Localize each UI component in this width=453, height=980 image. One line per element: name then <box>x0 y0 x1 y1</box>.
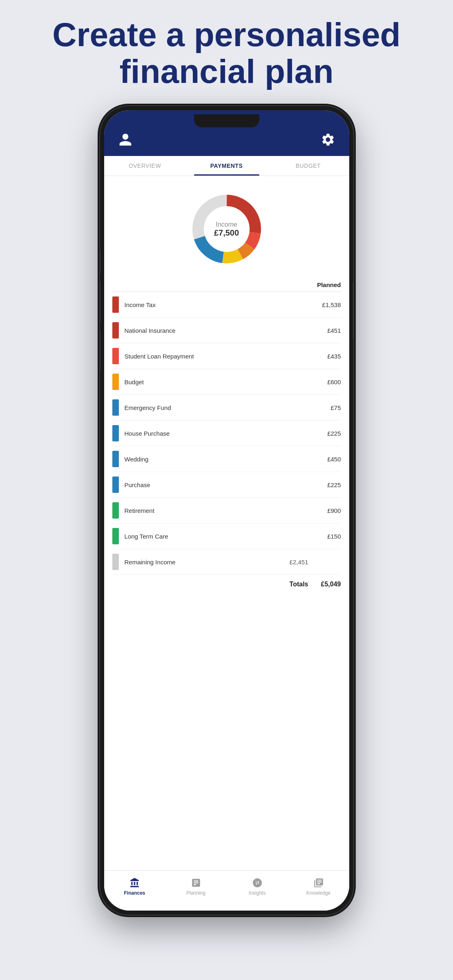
row-value: £600 <box>317 379 341 385</box>
side-button-vol-down <box>100 331 101 372</box>
settings-icon[interactable] <box>319 131 337 149</box>
row-value: £1,538 <box>317 301 341 308</box>
totals-label: Totals <box>290 581 308 588</box>
row-label: Budget <box>125 379 317 385</box>
insights-icon <box>252 877 263 889</box>
row-swatch <box>112 399 119 416</box>
row-value: £225 <box>317 430 341 437</box>
row-label: Purchase <box>125 481 317 488</box>
table-row: Income Tax £1,538 <box>112 292 341 318</box>
row-value-left: £2,451 <box>290 559 308 566</box>
row-value: £75 <box>317 404 341 411</box>
nav-label-planning: Planning <box>186 890 205 896</box>
table-row: Wedding £450 <box>112 446 341 472</box>
donut-chart: Income £7,500 <box>186 188 268 270</box>
nav-item-finances[interactable]: Finances <box>104 875 165 898</box>
row-label: House Purchase <box>125 430 317 437</box>
row-value: £450 <box>317 456 341 463</box>
tab-overview[interactable]: OVERVIEW <box>104 156 186 176</box>
nav-label-finances: Finances <box>124 890 145 896</box>
row-swatch <box>112 477 119 493</box>
row-value: £451 <box>317 327 341 334</box>
row-label: Retirement <box>125 507 317 514</box>
table-row: Retirement £900 <box>112 498 341 523</box>
row-swatch <box>112 348 119 364</box>
row-label: Student Loan Repayment <box>125 353 317 360</box>
row-swatch <box>112 322 119 339</box>
nav-item-insights[interactable]: Insights <box>227 875 288 898</box>
page-title: Create a personalised financial plan <box>52 16 400 90</box>
row-swatch <box>112 296 119 313</box>
row-label: Emergency Fund <box>125 404 317 411</box>
side-button-power <box>353 282 353 339</box>
row-swatch <box>112 374 119 390</box>
side-button-mute <box>100 249 101 274</box>
row-swatch <box>112 425 119 441</box>
table-row: House Purchase £225 <box>112 421 341 446</box>
page-header: Create a personalised financial plan <box>28 16 425 90</box>
table-row: Long Term Care £150 <box>112 523 341 549</box>
totals-row: Totals £5,049 <box>112 575 341 594</box>
planning-icon <box>190 877 202 889</box>
table-row: Emergency Fund £75 <box>112 395 341 421</box>
phone-frame: OVERVIEW PAYMENTS BUDGET <box>100 106 353 915</box>
nav-item-planning[interactable]: Planning <box>165 875 227 898</box>
row-label: Long Term Care <box>125 533 317 540</box>
table-row: Student Loan Repayment £435 <box>112 343 341 369</box>
row-swatch <box>112 528 119 544</box>
profile-icon[interactable] <box>116 131 134 149</box>
nav-label-insights: Insights <box>249 890 266 896</box>
bank-icon <box>129 877 141 889</box>
donut-income-label: Income <box>214 221 239 228</box>
nav-label-knowledge: Knowledge <box>306 890 330 896</box>
row-swatch <box>112 451 119 467</box>
table-row: Remaining Income £2,451 <box>112 549 341 575</box>
payments-table: Planned Income Tax £1,538 National Insur… <box>104 278 349 870</box>
nav-item-knowledge[interactable]: Knowledge <box>288 875 349 898</box>
donut-center: Income £7,500 <box>214 221 239 238</box>
row-value: £900 <box>317 507 341 514</box>
row-label: National Insurance <box>125 327 317 334</box>
row-label: Income Tax <box>125 301 317 308</box>
tab-payments[interactable]: PAYMENTS <box>186 156 268 176</box>
row-label: Remaining Income <box>125 559 290 566</box>
col-planned-header: Planned <box>317 281 341 288</box>
table-header: Planned <box>112 278 341 292</box>
chart-area: Income £7,500 <box>104 176 349 278</box>
table-row: Purchase £225 <box>112 472 341 498</box>
side-button-vol-up <box>100 282 101 323</box>
row-swatch <box>112 502 119 519</box>
table-row: National Insurance £451 <box>112 318 341 343</box>
phone-screen: OVERVIEW PAYMENTS BUDGET <box>104 110 349 911</box>
row-swatch <box>112 554 119 570</box>
row-label: Wedding <box>125 456 317 463</box>
totals-value: £5,049 <box>317 581 341 588</box>
table-row: Budget £600 <box>112 369 341 395</box>
tab-bar: OVERVIEW PAYMENTS BUDGET <box>104 156 349 176</box>
app-content: Income £7,500 Planned Income Tax £1,538 <box>104 176 349 870</box>
row-value: £225 <box>317 481 341 488</box>
tab-budget[interactable]: BUDGET <box>268 156 349 176</box>
donut-income-value: £7,500 <box>214 228 239 238</box>
bottom-nav: Finances Planning <box>104 870 349 911</box>
row-value: £435 <box>317 353 341 360</box>
phone-notch <box>194 114 259 127</box>
knowledge-icon <box>313 877 324 889</box>
row-value: £150 <box>317 533 341 540</box>
